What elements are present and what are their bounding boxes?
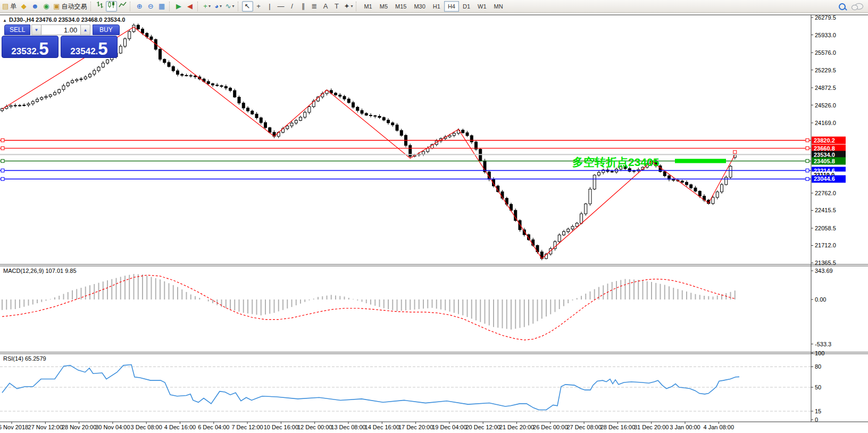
- timeframe-toolbar: M1M5M15M30H1H4D1W1MN: [360, 1, 506, 12]
- volume-increase-button[interactable]: ▲: [80, 24, 90, 35]
- text-button[interactable]: A: [320, 1, 331, 12]
- chat-button[interactable]: [853, 1, 865, 12]
- candle-body: [177, 71, 179, 74]
- line-handle[interactable]: [806, 169, 809, 172]
- tab-timeframe-M1[interactable]: M1: [360, 1, 375, 12]
- candlestick-chart-button[interactable]: [106, 1, 117, 12]
- tab-timeframe-M15[interactable]: M15: [391, 1, 410, 12]
- price-axis-tick-label: 22762.0: [815, 190, 836, 196]
- chevron-down-icon: ▾: [220, 1, 222, 12]
- tile-windows-button[interactable]: ▦: [156, 1, 168, 12]
- candle-body: [563, 231, 565, 235]
- candle-body: [558, 235, 561, 242]
- tab-timeframe-H4[interactable]: H4: [444, 1, 459, 12]
- tab-timeframe-M30[interactable]: M30: [410, 1, 429, 12]
- candle-body: [31, 102, 34, 104]
- highlight-bar[interactable]: [675, 159, 726, 163]
- candle-body: [585, 204, 587, 214]
- label-button[interactable]: T: [331, 1, 343, 12]
- new-order-button[interactable]: ▤单: [1, 1, 18, 12]
- tab-timeframe-MN[interactable]: MN: [490, 1, 507, 12]
- chart-shift-button[interactable]: ◀: [185, 1, 196, 12]
- shapes-button[interactable]: ✦▾: [343, 1, 355, 12]
- one-click-collapse-icon[interactable]: ▲: [3, 18, 7, 23]
- candle-body: [729, 166, 732, 177]
- line-handle[interactable]: [1, 139, 4, 142]
- time-axis-tick-label: 4 Dec 16:00: [164, 424, 196, 430]
- new-chart-button[interactable]: +▾: [202, 1, 213, 12]
- price-axis-tick-label: 21365.5: [815, 260, 836, 266]
- candle-body: [23, 105, 26, 105]
- candlestick-chart-icon: [107, 1, 115, 12]
- volume-input[interactable]: 1.00: [41, 24, 81, 35]
- tab-timeframe-D1[interactable]: D1: [459, 1, 474, 12]
- zoom-out-button[interactable]: ⊖: [145, 1, 156, 12]
- candle-body: [308, 106, 311, 112]
- rsi-label: RSI(14) 65.2579: [3, 355, 46, 362]
- tab-timeframe-W1[interactable]: W1: [474, 1, 490, 12]
- fibonacci-button[interactable]: ≣: [309, 1, 320, 12]
- toolbar-separator: [169, 2, 172, 11]
- price-axis-tick-label: 26279.5: [815, 14, 836, 21]
- horizontal-line-button[interactable]: —: [276, 1, 287, 12]
- line-handle[interactable]: [806, 139, 809, 142]
- period-clock-button[interactable]: ◕▾: [213, 1, 224, 12]
- line-handle[interactable]: [806, 177, 809, 180]
- candle-body: [255, 114, 258, 118]
- line-handle[interactable]: [806, 160, 809, 163]
- sell-button[interactable]: SELL: [4, 24, 30, 35]
- crosshair-button[interactable]: +: [253, 1, 264, 12]
- auto-scroll-button[interactable]: ▶: [173, 1, 185, 12]
- autotrading-button[interactable]: ▣自动交易: [52, 1, 88, 12]
- rsi-axis-tick-label: 50: [815, 384, 821, 390]
- chevron-down-icon: ▾: [350, 1, 353, 12]
- tab-timeframe-H1[interactable]: H1: [429, 1, 444, 12]
- signal-button[interactable]: ◉: [40, 1, 52, 12]
- time-axis-tick-label: 6 Dec 04:00: [198, 424, 229, 430]
- annotation-text[interactable]: 多空转折点23405: [572, 156, 660, 169]
- line-handle[interactable]: [1, 160, 4, 163]
- zoom-in-button[interactable]: ⊕: [134, 1, 145, 12]
- candle-body: [172, 66, 174, 71]
- bar-chart-button[interactable]: [95, 1, 106, 12]
- price-axis-tick-label: 25229.5: [815, 67, 836, 73]
- price-axis-tick-label: 25933.0: [815, 32, 836, 38]
- label-icon: T: [335, 1, 339, 12]
- time-axis-tick-label: 19 Dec 04:00: [432, 424, 466, 430]
- search-button[interactable]: [837, 1, 848, 12]
- candle-body: [589, 189, 591, 204]
- line-handle[interactable]: [1, 147, 4, 150]
- auto-scroll-icon: ▶: [176, 1, 181, 12]
- candle-body: [725, 177, 728, 185]
- tab-timeframe-M5[interactable]: M5: [376, 1, 391, 12]
- chat-icon: [855, 3, 863, 10]
- zigzag-handle[interactable]: [733, 151, 737, 154]
- candle-body: [19, 105, 21, 106]
- trendline-button[interactable]: /: [287, 1, 298, 12]
- channel-button[interactable]: ∥: [298, 1, 309, 12]
- price-tag-label: 23660.8: [814, 145, 835, 152]
- buy-price-box[interactable]: 23542.5: [61, 36, 118, 58]
- line-handle[interactable]: [1, 169, 4, 172]
- indicators-button[interactable]: ∿▾: [224, 1, 236, 12]
- candle-body: [71, 81, 74, 83]
- buy-button[interactable]: BUY: [93, 24, 120, 35]
- chart-canvas[interactable]: 23820.223660.823534.023405.823214.623119…: [0, 0, 868, 433]
- line-handle[interactable]: [806, 147, 809, 150]
- gold-button[interactable]: ◆: [18, 1, 29, 12]
- candle-body: [93, 71, 96, 74]
- cursor-button[interactable]: ↖: [242, 1, 253, 12]
- candle-body: [681, 181, 683, 182]
- vertical-line-button[interactable]: |: [264, 1, 276, 12]
- candle-body: [168, 63, 170, 67]
- signal-icon: ◉: [43, 1, 49, 12]
- sell-price-box[interactable]: 23532.5: [2, 36, 59, 58]
- profile-button[interactable]: ☻: [29, 1, 40, 12]
- volume-decrease-button[interactable]: ▼: [31, 24, 41, 35]
- candle-body: [132, 25, 135, 31]
- candle-body: [36, 99, 39, 102]
- candle-body: [352, 103, 355, 107]
- line-handle[interactable]: [1, 177, 4, 180]
- candle-body: [335, 93, 337, 95]
- line-chart-button[interactable]: [117, 1, 128, 12]
